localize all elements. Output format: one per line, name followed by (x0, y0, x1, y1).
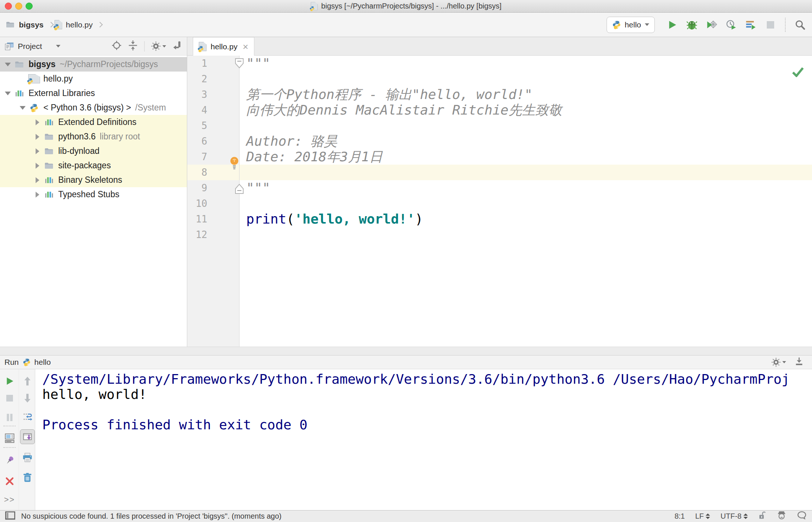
run-configuration-select[interactable]: hello (607, 17, 655, 33)
chevron-down-icon[interactable] (5, 92, 11, 95)
code-line (240, 165, 812, 180)
encoding-select[interactable]: UTF-8 (720, 512, 748, 521)
status-message[interactable]: No suspicious code found. 1 files proces… (21, 512, 281, 521)
tree-item-python-interpreter[interactable]: < Python 3.6 (bigsys) > /System (0, 100, 187, 115)
code-content[interactable]: """ 第一个Python程序 - 输出"hello, world!" 向伟大的… (240, 56, 812, 242)
run-console[interactable]: /System/Library/Frameworks/Python.framew… (36, 369, 812, 510)
search-everywhere-icon[interactable] (794, 19, 806, 31)
pin-tab-button[interactable] (2, 453, 17, 468)
tree-item-hello-py[interactable]: hello.py (0, 72, 187, 86)
python-file-icon (55, 20, 62, 29)
locate-file-button[interactable] (112, 40, 122, 52)
toolbar-separator (144, 41, 145, 52)
tree-item-label: bigsys (29, 59, 56, 69)
chevron-right-icon[interactable] (36, 192, 39, 198)
title-bar: bigsys [~/PycharmProjects/bigsys] - .../… (0, 0, 812, 13)
tree-item-label: lib-dynload (58, 146, 99, 156)
run-panel-header: Run hello (0, 355, 812, 369)
tree-item-label: site-packages (58, 161, 111, 171)
print-button[interactable] (20, 450, 35, 465)
python-logo-icon (23, 358, 31, 366)
collapse-all-button[interactable] (128, 40, 138, 52)
chevron-right-icon[interactable] (36, 177, 39, 183)
code-line (240, 227, 812, 242)
console-line: Process finished with exit code 0 (42, 417, 812, 432)
fold-region-start-icon[interactable] (234, 58, 244, 70)
concurrency-diagram-button[interactable] (745, 19, 757, 31)
window-title: bigsys [~/PycharmProjects/bigsys] - .../… (321, 2, 501, 10)
chevron-down-icon[interactable] (5, 63, 11, 66)
tree-item-extended-definitions[interactable]: Extended Definitions (0, 115, 187, 129)
hide-run-panel-button[interactable] (794, 357, 804, 368)
console-line (42, 402, 812, 417)
panel-title[interactable]: Project (18, 42, 42, 51)
debug-button[interactable] (686, 19, 698, 31)
run-settings-button[interactable] (771, 357, 786, 367)
chevron-down-icon (645, 23, 649, 26)
tree-item-binary-skeletons[interactable]: Binary Skeletons (0, 173, 187, 187)
code-editor[interactable]: 1 2 3 4 5 6 7 8 9 10 11 12 """ 第一个Python… (187, 56, 812, 347)
stop-button (765, 19, 776, 31)
chevron-right-icon[interactable] (36, 148, 39, 154)
breadcrumb-project[interactable]: bigsys (19, 20, 44, 29)
fold-region-end-icon[interactable] (234, 183, 244, 196)
intention-bulb-icon[interactable] (229, 156, 240, 171)
soft-wrap-button[interactable] (20, 409, 35, 424)
panel-settings-button[interactable] (151, 41, 166, 51)
tree-item-site-packages[interactable]: site-packages (0, 158, 187, 173)
python-logo-icon (612, 20, 621, 29)
breadcrumb: bigsys hello.py (6, 20, 103, 29)
feedback-bubble-icon[interactable] (797, 511, 807, 522)
run-toolbar: hello (607, 17, 806, 33)
hide-panel-button[interactable] (172, 40, 182, 52)
inspection-ok-icon[interactable] (792, 67, 804, 79)
run-toolbar-left: >> (0, 369, 19, 510)
tree-item-lib-dynload[interactable]: lib-dynload (0, 144, 187, 158)
chevron-down-icon[interactable] (56, 45, 60, 47)
tree-item-external-libraries[interactable]: External Libraries (0, 86, 187, 100)
clear-console-button[interactable] (20, 470, 35, 485)
line-separator-select[interactable]: LF (695, 512, 710, 521)
run-config-name[interactable]: hello (34, 358, 51, 367)
tree-item-python36[interactable]: python3.6 library root (0, 129, 187, 144)
caret-position[interactable]: 8:1 (674, 512, 685, 521)
project-tree: bigsys ~/PycharmProjects/bigsys hello.py… (0, 56, 187, 347)
chevron-right-icon[interactable] (36, 134, 39, 140)
code-line: 第一个Python程序 - 输出"hello, world!" (240, 87, 812, 102)
chevron-down-icon (782, 361, 786, 363)
more-actions-button[interactable]: >> (2, 492, 17, 507)
library-icon (43, 176, 55, 184)
tree-item-typeshed-stubs[interactable]: Typeshed Stubs (0, 187, 187, 202)
chevron-down-icon (162, 45, 166, 47)
close-panel-button[interactable] (2, 474, 17, 489)
chevron-down-icon[interactable] (20, 106, 26, 110)
toolwindow-toggle-icon[interactable] (5, 511, 15, 522)
tree-item-bigsys[interactable]: bigsys ~/PycharmProjects/bigsys (0, 57, 187, 72)
profiler-button[interactable] (725, 19, 737, 31)
tree-item-hint: library root (100, 132, 140, 142)
rerun-button[interactable] (2, 374, 17, 389)
python-file-icon (28, 74, 40, 83)
python-file-icon (311, 2, 318, 10)
scroll-to-end-button[interactable] (20, 429, 35, 444)
tab-hello-py[interactable]: hello.py × (193, 37, 254, 56)
run-panel-title: Run (4, 358, 19, 367)
restore-layout-button[interactable] (2, 431, 17, 446)
library-icon (43, 118, 55, 126)
run-button[interactable] (666, 19, 678, 31)
close-tab-icon[interactable]: × (242, 42, 248, 52)
lock-icon[interactable] (758, 511, 766, 522)
line-numbers[interactable]: 1 2 3 4 5 6 7 8 9 10 11 12 (187, 56, 239, 242)
tree-item-label: python3.6 (58, 132, 96, 142)
editor-run-splitter[interactable] (0, 347, 812, 355)
run-with-coverage-button[interactable] (706, 19, 717, 31)
chevron-right-icon[interactable] (36, 119, 39, 125)
stop-process-button (2, 391, 17, 406)
hector-inspector-icon[interactable] (777, 511, 786, 522)
folder-icon (6, 21, 14, 28)
tree-item-label: < Python 3.6 (bigsys) > (43, 103, 131, 113)
library-icon (43, 190, 55, 199)
breadcrumb-file[interactable]: hello.py (66, 20, 93, 29)
code-line (240, 196, 812, 211)
chevron-right-icon[interactable] (36, 163, 39, 169)
